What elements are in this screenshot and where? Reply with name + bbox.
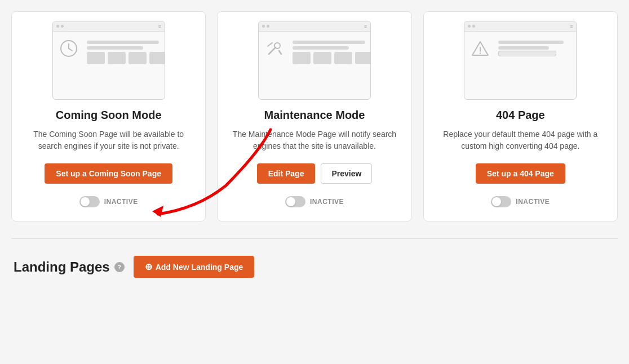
coming-soon-toggle[interactable] bbox=[79, 196, 100, 207]
add-landing-page-button[interactable]: ⊕ Add New Landing Page bbox=[134, 256, 255, 278]
browser-block bbox=[334, 52, 352, 64]
browser-body bbox=[464, 32, 576, 63]
browser-line bbox=[87, 46, 143, 50]
coming-soon-status: INACTIVE bbox=[79, 196, 138, 207]
maintenance-card: ≡ bbox=[217, 11, 411, 221]
svg-line-2 bbox=[69, 48, 72, 51]
svg-line-6 bbox=[268, 43, 272, 46]
404-description: Replace your default theme 404 page with… bbox=[424, 128, 617, 152]
browser-block bbox=[355, 52, 371, 64]
maintenance-toggle[interactable] bbox=[285, 196, 305, 207]
browser-body bbox=[259, 32, 370, 69]
add-landing-page-label: Add New Landing Page bbox=[156, 263, 243, 272]
landing-pages-title: Landing Pages ? bbox=[14, 259, 125, 275]
browser-menu-icon: ≡ bbox=[364, 24, 367, 29]
404-toggle[interactable] bbox=[491, 196, 511, 207]
browser-menu-icon: ≡ bbox=[158, 24, 161, 29]
browser-mockup-coming-soon: ≡ bbox=[52, 21, 165, 100]
browser-blocks bbox=[293, 52, 371, 64]
browser-lines bbox=[498, 41, 570, 50]
browser-line bbox=[293, 41, 365, 44]
404-preview: ≡ bbox=[424, 12, 617, 106]
landing-title-text: Landing Pages bbox=[14, 259, 110, 275]
browser-line bbox=[498, 41, 563, 44]
404-status: INACTIVE bbox=[491, 196, 550, 207]
maintenance-preview: ≡ bbox=[218, 12, 411, 106]
browser-block bbox=[87, 52, 105, 64]
edit-page-button[interactable]: Edit Page bbox=[257, 163, 316, 184]
browser-mockup-maintenance: ≡ bbox=[258, 21, 371, 100]
browser-lines bbox=[293, 41, 371, 50]
maintenance-status-label: INACTIVE bbox=[310, 198, 344, 206]
browser-dot bbox=[56, 25, 59, 28]
browser-block bbox=[129, 52, 147, 64]
browser-line bbox=[87, 41, 160, 44]
help-icon[interactable]: ? bbox=[114, 262, 125, 272]
browser-block bbox=[313, 52, 331, 64]
svg-point-4 bbox=[274, 43, 280, 48]
browser-dots bbox=[56, 25, 64, 28]
browser-dots bbox=[468, 25, 475, 28]
maintenance-title: Maintenance Mode bbox=[253, 109, 376, 122]
browser-mockup-404: ≡ bbox=[464, 21, 577, 100]
section-divider bbox=[11, 238, 618, 239]
404-status-label: INACTIVE bbox=[516, 198, 550, 206]
browser-topbar: ≡ bbox=[464, 21, 576, 32]
toggle-thumb bbox=[286, 197, 295, 206]
warning-icon bbox=[470, 38, 490, 59]
plus-circle-icon: ⊕ bbox=[145, 261, 152, 272]
clock-icon bbox=[59, 38, 79, 59]
browser-topbar: ≡ bbox=[53, 21, 165, 32]
browser-block bbox=[149, 52, 165, 64]
coming-soon-card: ≡ bbox=[11, 11, 206, 221]
tools-icon bbox=[264, 38, 285, 59]
toggle-thumb bbox=[81, 197, 90, 206]
404-card: ≡ bbox=[423, 11, 618, 221]
maintenance-status: INACTIVE bbox=[285, 196, 344, 207]
browser-blocks bbox=[87, 52, 165, 64]
browser-line bbox=[293, 46, 349, 50]
browser-dot bbox=[468, 25, 471, 28]
svg-point-9 bbox=[480, 52, 481, 54]
preview-button[interactable]: Preview bbox=[321, 163, 372, 184]
cards-section: ≡ bbox=[11, 11, 618, 221]
browser-block bbox=[108, 52, 126, 64]
browser-dots bbox=[262, 25, 269, 28]
coming-soon-title: Coming Soon Mode bbox=[45, 109, 173, 122]
setup-coming-soon-button[interactable]: Set up a Coming Soon Page bbox=[45, 163, 172, 184]
coming-soon-description: The Coming Soon Page will be available t… bbox=[12, 128, 205, 152]
svg-line-3 bbox=[269, 47, 276, 54]
mode-cards: ≡ bbox=[11, 11, 618, 221]
setup-404-button[interactable]: Set up a 404 Page bbox=[476, 163, 565, 184]
browser-line bbox=[498, 46, 549, 50]
browser-search-bar bbox=[498, 51, 556, 56]
browser-dot bbox=[472, 25, 475, 28]
coming-soon-actions: Set up a Coming Soon Page bbox=[45, 163, 172, 184]
404-title: 404 Page bbox=[485, 109, 556, 122]
coming-soon-preview: ≡ bbox=[12, 12, 205, 106]
browser-lines bbox=[87, 41, 165, 50]
browser-dot bbox=[61, 25, 64, 28]
404-actions: Set up a 404 Page bbox=[476, 163, 565, 184]
browser-topbar: ≡ bbox=[259, 21, 370, 32]
coming-soon-status-label: INACTIVE bbox=[104, 198, 138, 206]
maintenance-actions: Edit Page Preview bbox=[257, 163, 373, 184]
landing-pages-section: Landing Pages ? ⊕ Add New Landing Page bbox=[11, 256, 618, 278]
toggle-thumb bbox=[492, 197, 501, 206]
svg-line-5 bbox=[279, 51, 281, 54]
browser-menu-icon: ≡ bbox=[570, 24, 573, 29]
browser-block bbox=[293, 52, 311, 64]
browser-dot bbox=[267, 25, 269, 28]
browser-dot bbox=[262, 25, 265, 28]
maintenance-description: The Maintenance Mode Page will notify se… bbox=[218, 128, 411, 152]
browser-body bbox=[53, 32, 165, 69]
